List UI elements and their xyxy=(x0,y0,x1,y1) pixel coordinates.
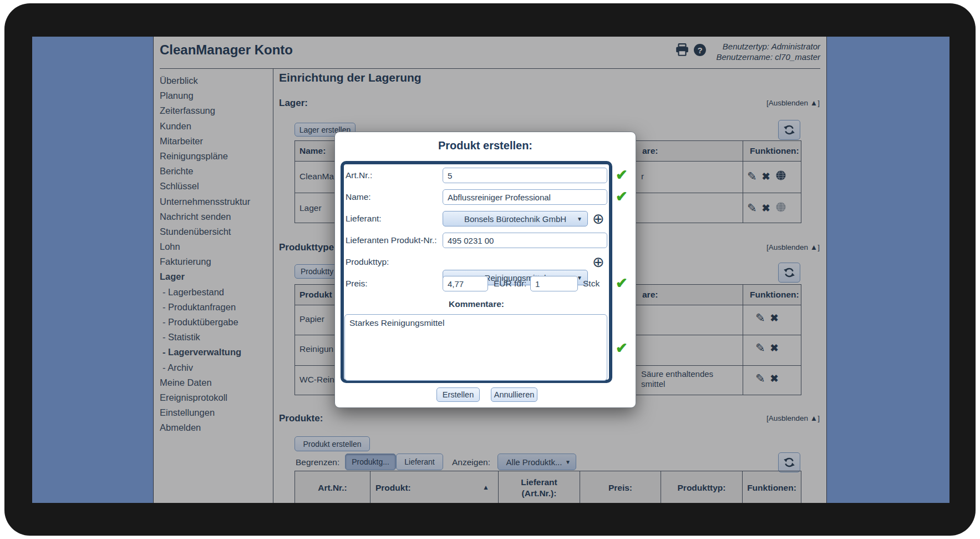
lieferant-label: Lieferant: xyxy=(346,214,382,224)
stck-label: Stck xyxy=(583,279,600,289)
produkt-erstellen-dialog: Produkt erstellen: Art.Nr.: ✔ Name: ✔ Li… xyxy=(334,132,636,408)
name-label: Name: xyxy=(346,192,371,202)
lieferant-select[interactable]: Bonsels Bürotechnik GmbH ▼ xyxy=(443,211,588,226)
add-lieferant-button[interactable]: ⊕ xyxy=(592,211,605,226)
screenshot: CleanManager Konto ? Benutzertyp: Admini… xyxy=(0,0,980,539)
kommentare-textarea[interactable]: Starkes Reinigungsmittel xyxy=(344,314,607,381)
artnr-input[interactable] xyxy=(443,168,607,183)
eur-fuer-label: EUR für: xyxy=(494,279,526,289)
valid-check-icon: ✔ xyxy=(616,276,628,290)
valid-check-icon: ✔ xyxy=(616,189,628,204)
erstellen-button[interactable]: Erstellen xyxy=(436,387,480,402)
lieferant-select-value: Bonsels Bürotechnik GmbH xyxy=(464,214,566,224)
kommentare-label: Kommentare: xyxy=(341,299,612,309)
menge-input[interactable] xyxy=(530,276,578,291)
annullieren-button[interactable]: Annullieren xyxy=(491,387,537,402)
name-input[interactable] xyxy=(443,189,607,205)
produkttyp-label: Produkttyp: xyxy=(346,257,389,267)
valid-check-icon: ✔ xyxy=(616,168,628,182)
artnr-label: Art.Nr.: xyxy=(346,170,372,180)
dialog-title: Produkt erstellen: xyxy=(335,139,636,152)
preis-label: Preis: xyxy=(346,279,368,289)
preis-input[interactable] xyxy=(443,276,488,291)
add-produkttyp-button[interactable]: ⊕ xyxy=(592,255,605,269)
lieferanten-produktnr-label: Lieferanten Produkt-Nr.: xyxy=(346,235,437,245)
valid-check-icon: ✔ xyxy=(616,341,628,355)
lieferanten-produktnr-input[interactable] xyxy=(443,233,607,248)
chevron-down-icon: ▼ xyxy=(577,216,582,222)
